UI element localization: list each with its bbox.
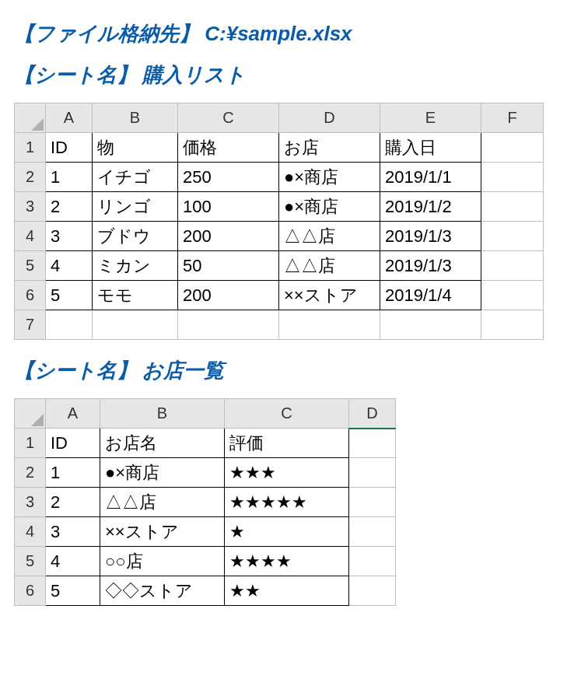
column-header-D[interactable]: D <box>279 103 380 133</box>
cell[interactable]: ★★ <box>225 576 349 606</box>
cell[interactable]: 購入日 <box>380 133 481 163</box>
row-header-4[interactable]: 4 <box>15 517 46 547</box>
cell[interactable]: △△店 <box>100 488 225 517</box>
cell[interactable]: 2019/1/1 <box>380 163 481 192</box>
cell[interactable]: ●×商店 <box>279 163 380 192</box>
cell[interactable]: お店名 <box>100 429 225 458</box>
cell-empty[interactable] <box>481 192 544 222</box>
cell[interactable]: お店 <box>279 133 380 163</box>
cell[interactable]: ★ <box>225 517 349 547</box>
cell-empty[interactable] <box>481 310 544 340</box>
cell[interactable]: 2019/1/3 <box>380 222 481 251</box>
table-row: 4 3 ブドウ 200 △△店 2019/1/3 <box>15 222 544 251</box>
column-header-E[interactable]: E <box>380 103 481 133</box>
cell-empty[interactable] <box>349 517 396 547</box>
column-header-A[interactable]: A <box>46 399 100 429</box>
select-all-corner[interactable] <box>15 103 46 133</box>
row-header-6[interactable]: 6 <box>15 576 46 606</box>
cell-empty[interactable] <box>349 576 396 606</box>
cell[interactable]: 50 <box>178 251 279 281</box>
sheet2-name: お店一覧 <box>142 359 224 382</box>
row-header-3[interactable]: 3 <box>15 488 46 517</box>
cell[interactable]: 4 <box>46 251 93 281</box>
cell-empty[interactable] <box>93 310 178 340</box>
cell[interactable]: 200 <box>178 281 279 310</box>
row-header-5[interactable]: 5 <box>15 251 46 281</box>
row-header-1[interactable]: 1 <box>15 133 46 163</box>
cell-empty[interactable] <box>178 310 279 340</box>
cell[interactable]: 1 <box>46 458 100 488</box>
cell[interactable]: ●×商店 <box>279 192 380 222</box>
cell[interactable]: ★★★★ <box>225 547 349 576</box>
cell[interactable]: 5 <box>46 281 93 310</box>
cell[interactable]: ID <box>46 429 100 458</box>
column-header-B[interactable]: B <box>93 103 178 133</box>
row-header-2[interactable]: 2 <box>15 458 46 488</box>
cell-empty[interactable] <box>481 251 544 281</box>
table-row: 3 2 △△店 ★★★★★ <box>15 488 396 517</box>
cell[interactable]: モモ <box>93 281 178 310</box>
cell[interactable]: 5 <box>46 576 100 606</box>
column-header-A[interactable]: A <box>46 103 93 133</box>
cell-empty[interactable] <box>380 310 481 340</box>
column-header-C[interactable]: C <box>225 399 349 429</box>
column-header-B[interactable]: B <box>100 399 225 429</box>
row-header-6[interactable]: 6 <box>15 281 46 310</box>
cell-empty[interactable] <box>46 310 93 340</box>
spreadsheet-purchase-list: A B C D E F 1 ID 物 価格 お店 購入日 2 1 イチゴ 250… <box>14 103 544 340</box>
cell[interactable]: ◇◇ストア <box>100 576 225 606</box>
cell[interactable]: 200 <box>178 222 279 251</box>
cell[interactable]: ID <box>46 133 93 163</box>
cell-empty[interactable] <box>349 458 396 488</box>
cell[interactable]: ○○店 <box>100 547 225 576</box>
row-header-1[interactable]: 1 <box>15 429 46 458</box>
cell[interactable]: 物 <box>93 133 178 163</box>
table-row: 4 3 ××ストア ★ <box>15 517 396 547</box>
row-header-5[interactable]: 5 <box>15 547 46 576</box>
row-header-3[interactable]: 3 <box>15 192 46 222</box>
cell[interactable]: 1 <box>46 163 93 192</box>
cell-empty[interactable] <box>349 488 396 517</box>
cell[interactable]: 2 <box>46 488 100 517</box>
cell-empty[interactable] <box>279 310 380 340</box>
column-header-F[interactable]: F <box>481 103 544 133</box>
spreadsheet-store-list: A B C D 1 ID お店名 評価 2 1 ●×商店 ★★★ 3 2 △△店… <box>14 398 396 606</box>
cell[interactable]: 評価 <box>225 429 349 458</box>
table-row: 6 5 ◇◇ストア ★★ <box>15 576 396 606</box>
sheet2-label: 【シート名】 <box>14 359 137 382</box>
cell[interactable]: △△店 <box>279 251 380 281</box>
select-all-corner[interactable] <box>15 399 46 429</box>
row-header-2[interactable]: 2 <box>15 163 46 192</box>
row-header-4[interactable]: 4 <box>15 222 46 251</box>
cell-empty[interactable] <box>481 133 544 163</box>
cell[interactable]: △△店 <box>279 222 380 251</box>
cell[interactable]: 2 <box>46 192 93 222</box>
row-header-7[interactable]: 7 <box>15 310 46 340</box>
cell-empty[interactable] <box>481 163 544 192</box>
cell-empty[interactable] <box>349 429 396 458</box>
cell[interactable]: ××ストア <box>279 281 380 310</box>
cell[interactable]: リンゴ <box>93 192 178 222</box>
cell[interactable]: ブドウ <box>93 222 178 251</box>
cell[interactable]: ミカン <box>93 251 178 281</box>
cell[interactable]: 2019/1/4 <box>380 281 481 310</box>
column-header-C[interactable]: C <box>178 103 279 133</box>
cell-empty[interactable] <box>481 222 544 251</box>
cell-empty[interactable] <box>349 547 396 576</box>
cell[interactable]: 2019/1/3 <box>380 251 481 281</box>
cell[interactable]: 3 <box>46 517 100 547</box>
cell[interactable]: 250 <box>178 163 279 192</box>
cell[interactable]: イチゴ <box>93 163 178 192</box>
cell[interactable]: ★★★ <box>225 458 349 488</box>
column-header-D[interactable]: D <box>349 399 396 429</box>
cell[interactable]: 2019/1/2 <box>380 192 481 222</box>
cell-empty[interactable] <box>481 281 544 310</box>
cell[interactable]: 3 <box>46 222 93 251</box>
cell[interactable]: 4 <box>46 547 100 576</box>
cell[interactable]: 価格 <box>178 133 279 163</box>
table-row: 6 5 モモ 200 ××ストア 2019/1/4 <box>15 281 544 310</box>
cell[interactable]: ××ストア <box>100 517 225 547</box>
cell[interactable]: 100 <box>178 192 279 222</box>
cell[interactable]: ★★★★★ <box>225 488 349 517</box>
cell[interactable]: ●×商店 <box>100 458 225 488</box>
